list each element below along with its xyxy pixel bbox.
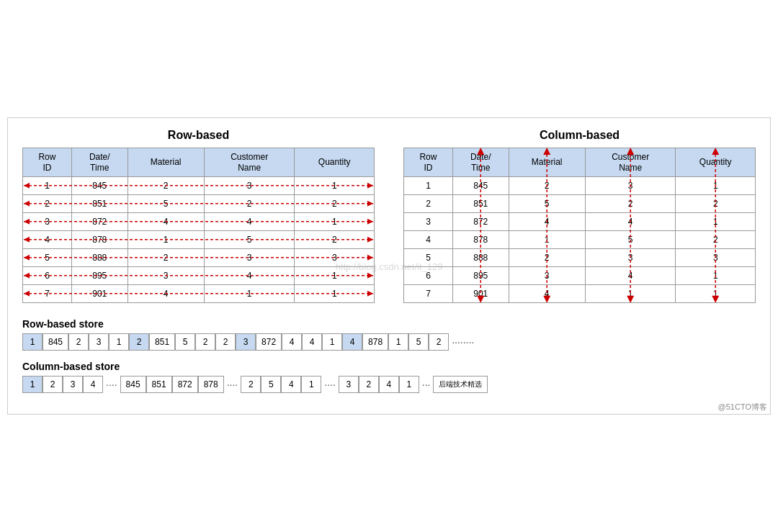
col-based-cell-1-1: 851: [452, 194, 509, 212]
row-store-cell-9: 2: [215, 333, 236, 351]
row-based-cell-3-1: 878: [71, 230, 128, 248]
row-store-row: 1845231285152238724414878152········: [22, 333, 756, 351]
row-store-dots: ········: [449, 336, 477, 348]
row-store-cell-19: 2: [429, 333, 449, 351]
row-store-cell-15: 4: [342, 333, 362, 351]
row-store-cell-12: 4: [282, 333, 302, 351]
col-based-cell-1-2: 5: [509, 194, 585, 212]
col-store-dots-1: ····: [224, 379, 241, 390]
col-based-cell-6-0: 7: [404, 284, 453, 302]
main-container: Row-based RowID Date/Time Material Custo…: [7, 117, 771, 415]
row-based-cell-4-3: 3: [204, 248, 295, 266]
col-store-dots-0: ····: [103, 379, 120, 390]
row-store-cell-1: 845: [43, 333, 68, 351]
row-based-cell-4-4: 3: [295, 248, 375, 266]
col-based-cell-1-3: 2: [585, 194, 676, 212]
row-based-cell-3-3: 5: [204, 230, 295, 248]
row-based-cell-6-4: 1: [295, 284, 375, 302]
col-store-special-cell: 后端技术精选: [433, 376, 488, 393]
row-store-title: Row-based store: [22, 318, 756, 330]
bottom-section: Row-based store 184523128515223872441487…: [22, 318, 756, 393]
col-store-title: Column-based store: [22, 361, 756, 372]
row-based-cell-2-3: 4: [204, 212, 295, 230]
row-based-cell-0-0: 1: [23, 176, 72, 194]
row-store-cell-13: 4: [302, 333, 322, 351]
row-based-cell-5-3: 4: [204, 266, 295, 284]
col-based-cell-1-4: 2: [676, 194, 756, 212]
row-based-cell-0-1: 845: [71, 176, 128, 194]
row-based-cell-1-0: 2: [23, 194, 72, 212]
col-based-cell-6-3: 1: [585, 284, 676, 302]
row-based-section: Row-based RowID Date/Time Material Custo…: [22, 129, 375, 305]
col-based-cell-6-1: 901: [452, 284, 509, 302]
row-based-cell-6-0: 7: [23, 284, 72, 302]
col-based-cell-0-3: 3: [585, 176, 676, 194]
col-based-cell-0-2: 2: [509, 176, 585, 194]
col-based-header-4: Quantity: [676, 148, 756, 177]
row-based-cell-3-4: 2: [295, 230, 375, 248]
row-based-cell-4-0: 5: [23, 248, 72, 266]
col-based-cell-0-4: 1: [676, 176, 756, 194]
col-based-cell-4-0: 5: [404, 248, 453, 266]
col-store-cell-2-3: 1: [301, 376, 321, 393]
row-store-cell-17: 1: [388, 333, 408, 351]
col-based-cell-3-3: 5: [585, 230, 676, 248]
col-based-cell-0-1: 845: [452, 176, 509, 194]
col-based-cell-5-3: 4: [585, 266, 676, 284]
col-based-cell-2-3: 4: [585, 212, 676, 230]
col-store-cell-1-0: 845: [120, 376, 146, 393]
row-based-header-0: RowID: [23, 148, 72, 177]
row-based-cell-1-3: 2: [204, 194, 295, 212]
col-based-cell-4-3: 3: [585, 248, 676, 266]
col-store-cell-0-2: 3: [63, 376, 83, 393]
col-based-header-0: RowID: [404, 148, 453, 177]
row-store-cell-8: 2: [195, 333, 215, 351]
top-section: Row-based RowID Date/Time Material Custo…: [22, 129, 756, 305]
row-based-cell-1-4: 2: [295, 194, 375, 212]
col-store-cell-3-1: 2: [359, 376, 379, 393]
col-based-header-2: Material: [509, 148, 585, 177]
row-store-cell-10: 3: [236, 333, 256, 351]
row-based-cell-2-2: 4: [128, 212, 204, 230]
row-based-header-1: Date/Time: [71, 148, 128, 177]
col-store-last-dots: ···: [419, 379, 434, 390]
col-store-cell-3-0: 3: [339, 376, 359, 393]
col-store-cell-1-1: 851: [146, 376, 172, 393]
row-based-cell-5-2: 3: [128, 266, 204, 284]
row-based-cell-5-0: 6: [23, 266, 72, 284]
col-store-cell-2-1: 5: [261, 376, 281, 393]
col-based-cell-4-1: 888: [452, 248, 509, 266]
col-store-cell-3-3: 1: [399, 376, 419, 393]
row-store-cell-0: 1: [22, 333, 43, 351]
row-store-cell-7: 5: [175, 333, 195, 351]
column-based-title: Column-based: [403, 129, 756, 142]
column-based-table: RowID Date/Time Material CustomerName Qu…: [403, 148, 756, 303]
row-based-title: Row-based: [22, 129, 375, 142]
col-based-cell-3-1: 878: [452, 230, 509, 248]
col-store-cell-1-2: 872: [172, 376, 198, 393]
row-based-cell-4-2: 2: [128, 248, 204, 266]
col-based-cell-5-0: 6: [404, 266, 453, 284]
row-based-cell-6-2: 4: [128, 284, 204, 302]
col-based-cell-6-2: 4: [509, 284, 585, 302]
col-store-cell-1-3: 878: [198, 376, 224, 393]
col-based-cell-0-0: 1: [404, 176, 453, 194]
row-based-cell-3-2: 1: [128, 230, 204, 248]
col-store-dots-2: ····: [321, 379, 339, 390]
row-store-cell-11: 872: [256, 333, 282, 351]
row-based-cell-2-0: 3: [23, 212, 72, 230]
col-based-cell-2-0: 3: [404, 212, 453, 230]
row-based-header-4: Quantity: [295, 148, 375, 177]
row-based-header-3: CustomerName: [204, 148, 295, 177]
col-based-cell-3-4: 2: [676, 230, 756, 248]
row-store-cell-3: 3: [89, 333, 109, 351]
column-based-table-wrapper: RowID Date/Time Material CustomerName Qu…: [403, 148, 756, 303]
col-store-row: 1234····845851872878····2541····3241···后…: [22, 376, 756, 393]
row-based-cell-6-1: 901: [71, 284, 128, 302]
col-based-header-3: CustomerName: [585, 148, 676, 177]
col-store-cell-2-0: 2: [241, 376, 261, 393]
row-based-table: RowID Date/Time Material CustomerName Qu…: [22, 148, 375, 303]
row-store-cell-6: 851: [149, 333, 175, 351]
col-based-cell-4-4: 3: [676, 248, 756, 266]
col-store-cell-3-2: 4: [379, 376, 399, 393]
